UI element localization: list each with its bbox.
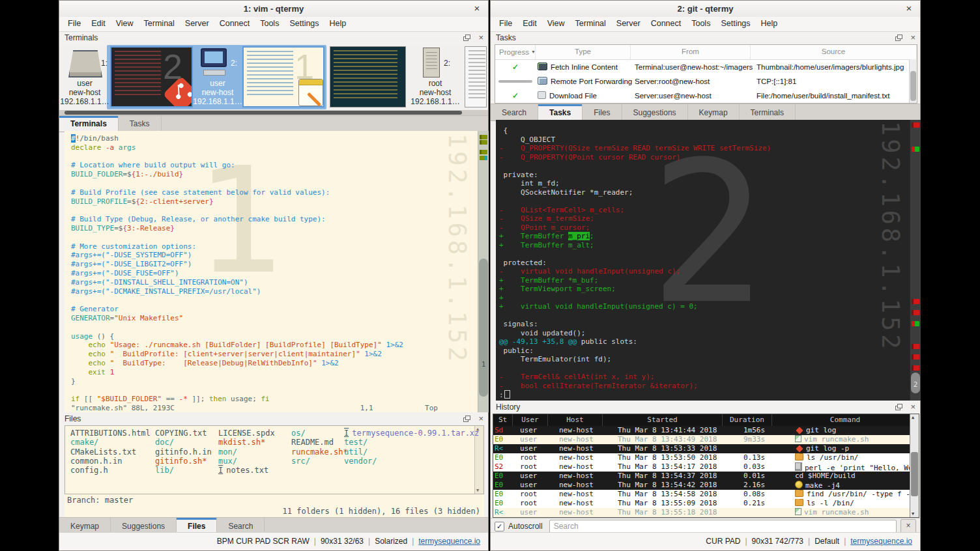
menu-edit[interactable]: Edit: [86, 17, 111, 31]
scroll-annotation-mark[interactable]: [912, 354, 919, 360]
dock-close-icon[interactable]: ×: [478, 33, 483, 42]
file-entry[interactable]: runcmake.sh*: [291, 447, 348, 457]
history-table-header[interactable]: St User Host Started Duration Command: [493, 414, 919, 426]
terminal-scrollbar[interactable]: 2: [910, 120, 921, 401]
tasks-scrollbar[interactable]: [909, 59, 917, 103]
menu-file[interactable]: File: [63, 17, 86, 31]
file-entry[interactable]: lib/: [155, 466, 212, 475]
menu-view[interactable]: View: [542, 17, 570, 31]
menu-server[interactable]: Server: [611, 17, 646, 31]
scroll-annotation-mark[interactable]: [480, 156, 487, 160]
history-row[interactable]: E0usernew-hostThu Mar 8 13:54:42 20182.1…: [493, 481, 910, 490]
dock-close-icon[interactable]: ×: [910, 403, 915, 412]
task-row[interactable]: ✓Fetch Inline ContentTerminal:user@new-h…: [495, 60, 917, 74]
file-entry[interactable]: vendor/: [344, 457, 479, 466]
tab-files[interactable]: Files: [583, 104, 622, 120]
dock-float-icon[interactable]: [895, 35, 902, 41]
file-entry[interactable]: os/: [291, 429, 348, 438]
file-entry[interactable]: mon/: [218, 447, 275, 457]
terminal-scrollbar[interactable]: 1: [478, 131, 489, 412]
menu-settings[interactable]: Settings: [715, 17, 755, 31]
tab-terminals[interactable]: Terminals: [59, 116, 119, 132]
dock-float-icon[interactable]: [895, 404, 902, 410]
terminal-viewport-git[interactable]: 2 192.168.1.152 { Q_OBJECT- Q_PROPERTY(Q…: [496, 120, 921, 401]
title-bar[interactable]: 2: git - qtermy ×: [491, 1, 920, 18]
menu-help[interactable]: Help: [756, 17, 783, 31]
autoscroll-checkbox[interactable]: ✓: [495, 522, 504, 531]
menu-tools[interactable]: Tools: [255, 17, 284, 31]
thumbnail-terminal-2[interactable]: 2: [110, 46, 193, 107]
scroll-annotation-mark[interactable]: [912, 147, 919, 152]
menu-server[interactable]: Server: [180, 17, 214, 31]
menu-tools[interactable]: Tools: [686, 17, 715, 31]
thumbnails-scrollbar[interactable]: [59, 110, 488, 115]
menu-terminal[interactable]: Terminal: [570, 17, 611, 31]
history-header-host[interactable]: Host: [548, 414, 603, 426]
history-header-user[interactable]: User: [513, 414, 548, 426]
menu-help[interactable]: Help: [324, 17, 352, 31]
dock-close-icon[interactable]: ×: [478, 414, 483, 423]
menu-file[interactable]: File: [494, 17, 517, 31]
window-close-icon[interactable]: ×: [472, 1, 482, 16]
dock-float-icon[interactable]: [463, 35, 470, 41]
scrollbar-thumb[interactable]: [911, 452, 918, 496]
tasks-dock-header[interactable]: Tasks ×: [491, 31, 920, 44]
file-entry[interactable]: Itermysequence-0.99.1.tar.xz: [344, 429, 479, 438]
file-entry[interactable]: CMakeLists.txt: [70, 447, 151, 457]
tab-tasks[interactable]: Tasks: [538, 104, 583, 120]
tasks-header-type[interactable]: Type: [536, 45, 631, 59]
thumbnail-server-user-2[interactable]: 2: user new-host 192.168.1.1…: [193, 44, 242, 110]
history-row[interactable]: E0usernew-hostThu Mar 8 13:43:49 20189m3…: [493, 435, 910, 444]
menu-connect[interactable]: Connect: [214, 17, 255, 31]
history-row[interactable]: Sdusernew-hostThu Mar 8 13:41:44 20181m5…: [493, 426, 910, 435]
file-entry[interactable]: LICENSE.spdx: [218, 429, 275, 438]
scrollbar-thumb[interactable]: [479, 259, 488, 397]
terminals-dock-header[interactable]: Terminals ×: [59, 31, 488, 44]
file-entry[interactable]: mux/: [218, 457, 275, 466]
tab-terminals[interactable]: Terminals: [740, 104, 796, 120]
scroll-annotation-mark[interactable]: [912, 344, 919, 349]
history-search-input[interactable]: [549, 520, 897, 533]
menu-connect[interactable]: Connect: [646, 17, 687, 31]
tasks-header-from[interactable]: From: [631, 45, 751, 59]
task-row[interactable]: Remote Port ForwardingServer:root@new-ho…: [495, 74, 917, 89]
termysequence-link[interactable]: termysequence.io: [418, 537, 480, 546]
dock-float-icon[interactable]: [463, 416, 470, 422]
thumbnail-terminal-3[interactable]: [330, 46, 406, 107]
file-entry[interactable]: ATTRIBUTIONS.html: [70, 429, 151, 438]
scroll-annotation-mark[interactable]: [480, 135, 487, 139]
tab-suggestions[interactable]: Suggestions: [622, 104, 688, 120]
tasks-header-source[interactable]: Source: [751, 45, 917, 59]
scroll-annotation-mark[interactable]: [912, 299, 919, 304]
history-dock-header[interactable]: History ×: [491, 401, 920, 414]
history-scrollbar[interactable]: [910, 414, 919, 517]
scroll-annotation-mark[interactable]: [912, 321, 919, 326]
tab-search[interactable]: Search: [491, 104, 538, 120]
thumbnail-terminal-4[interactable]: [465, 46, 487, 107]
menu-terminal[interactable]: Terminal: [139, 17, 180, 31]
clear-search-button[interactable]: ×: [901, 519, 916, 533]
tab-keymap[interactable]: Keymap: [688, 104, 740, 120]
menu-view[interactable]: View: [111, 17, 139, 31]
scroll-annotation-mark[interactable]: [480, 150, 487, 154]
scrollbar-thumb[interactable]: [910, 71, 916, 101]
file-entry[interactable]: gitinfo.sh*: [155, 457, 212, 466]
task-row[interactable]: ✓Download FileServer:user@new-hostFile:/…: [495, 89, 917, 103]
history-header-st[interactable]: St: [493, 414, 513, 426]
thumbnail-server-user[interactable]: 1: user new-host 192.168.1.1…: [59, 44, 110, 110]
history-row[interactable]: E0usernew-hostThu Mar 8 13:54:37 20180.0…: [493, 472, 910, 481]
history-row[interactable]: E0rootnew-hostThu Mar 8 13:54:58 20180.0…: [493, 490, 910, 499]
history-row[interactable]: S2rootnew-hostThu Mar 8 13:54:17 20180.0…: [493, 462, 910, 472]
scroll-annotation-mark[interactable]: [912, 122, 919, 128]
file-entry[interactable]: mkdist.sh*: [218, 438, 275, 447]
history-header-started[interactable]: Started: [603, 414, 723, 426]
file-entry[interactable]: common.h.in: [70, 457, 151, 466]
history-row[interactable]: R<usernew-hostThu Mar 8 13:55:18 2018vim…: [493, 508, 910, 517]
menu-edit[interactable]: Edit: [517, 17, 542, 31]
file-entry[interactable]: COPYING.txt: [155, 429, 212, 438]
scroll-annotation-mark[interactable]: [912, 365, 919, 371]
tab-tasks[interactable]: Tasks: [119, 116, 162, 132]
file-entry[interactable]: gitinfo.h.in: [155, 447, 212, 457]
file-entry[interactable]: util/: [344, 447, 479, 457]
scroll-annotation-mark[interactable]: [912, 310, 919, 315]
